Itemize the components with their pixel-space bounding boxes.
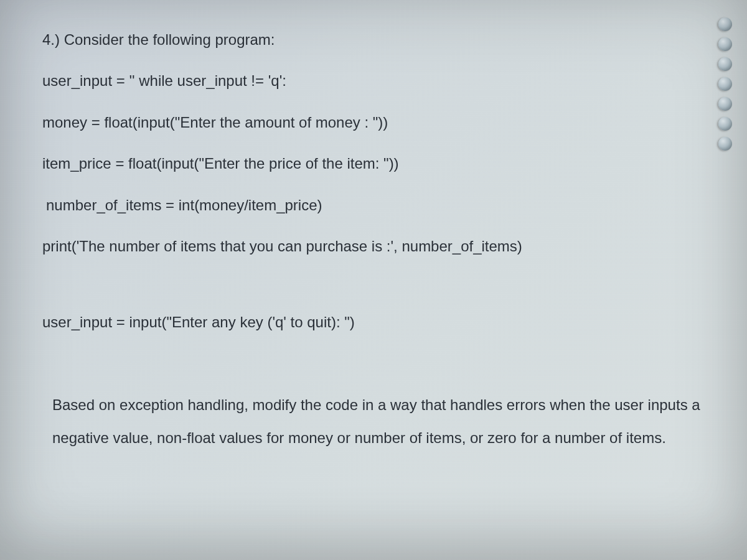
ring-icon — [718, 37, 732, 51]
spiral-binding — [718, 17, 732, 151]
code-line: number_of_items = int(money/item_price) — [42, 195, 721, 215]
question-heading: 4.) Consider the following program: — [42, 30, 721, 50]
ring-icon — [718, 57, 732, 71]
code-line: print('The number of items that you can … — [42, 236, 721, 256]
ring-icon — [718, 77, 732, 91]
ring-icon — [718, 97, 732, 111]
code-line: user_input = '' while user_input != 'q': — [42, 71, 721, 91]
code-line: user_input = input("Enter any key ('q' t… — [42, 312, 721, 332]
code-line: money = float(input("Enter the amount of… — [42, 113, 721, 133]
code-line: item_price = float(input("Enter the pric… — [42, 154, 721, 174]
ring-icon — [718, 117, 732, 131]
question-prompt: Based on exception handling, modify the … — [42, 389, 721, 455]
question-content: 4.) Consider the following program: user… — [42, 30, 721, 454]
ring-icon — [718, 17, 732, 31]
ring-icon — [718, 137, 732, 151]
